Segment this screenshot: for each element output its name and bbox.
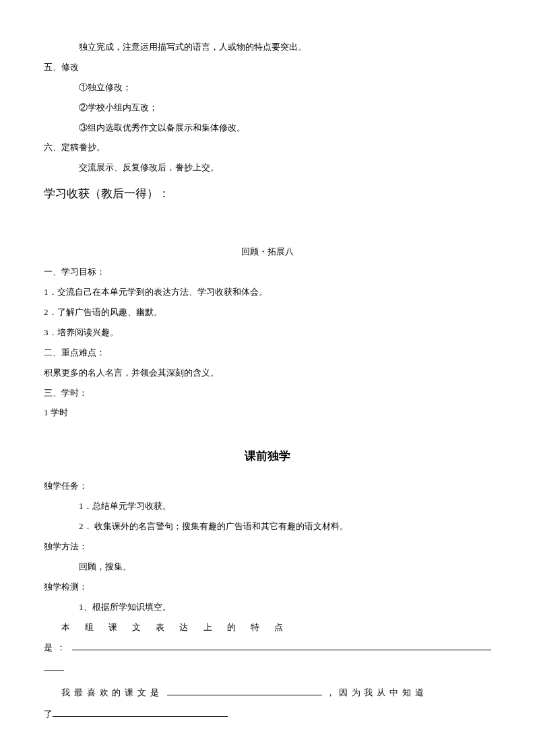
- fill-blank-2-line2: 了: [44, 704, 491, 724]
- learning-harvest-heading: 学习收获（教后一得）：: [44, 180, 491, 207]
- underline-blank: [72, 642, 491, 650]
- revision-item-2: ②学校小组内互改；: [44, 98, 491, 118]
- section-heading-6: 六、定稿誊抄。: [44, 137, 491, 158]
- method-line: 回顾，搜集。: [44, 557, 491, 577]
- fill-prefix: 是：: [44, 638, 69, 658]
- task-item-2: 2． 收集课外的名言警句；搜集有趣的广告语和其它有趣的语文材料。: [44, 516, 491, 537]
- fill-prefix: 我最喜欢的课文是: [61, 683, 163, 703]
- check-heading: 独学检测：: [44, 577, 491, 597]
- hours-heading: 三、学时：: [44, 383, 491, 403]
- fill-middle-text: ，因为我从中知道: [326, 683, 428, 703]
- paragraph-line: 交流展示、反复修改后，誊抄上交。: [44, 158, 491, 178]
- document-body: 独立完成，注意运用描写式的语言，人或物的特点要突出。 五、修改 ①独立修改； ②…: [44, 37, 491, 724]
- underline-blank: [53, 716, 228, 717]
- check-item-1: 1、根据所学知识填空。: [44, 597, 491, 617]
- prestudy-title: 课前独学: [44, 443, 491, 469]
- spacer: [44, 423, 491, 436]
- fill-blank-1-label: 本组课文表达上的特点: [44, 617, 491, 638]
- method-heading: 独学方法：: [44, 537, 491, 557]
- objective-3: 3．培养阅读兴趣。: [44, 322, 491, 343]
- fill-label-text: 本组课文表达上的特点: [61, 622, 298, 632]
- fill-blank-1-continuation: [44, 658, 491, 679]
- objectives-heading: 一、学习目标：: [44, 262, 491, 282]
- revision-item-3: ③组内选取优秀作文以备展示和集体修改。: [44, 118, 491, 138]
- fill-blank-2-line1: 我最喜欢的课文是 ，因为我从中知道: [44, 683, 491, 703]
- underline-blank: [44, 671, 64, 671]
- unit-title: 回顾・拓展八: [44, 242, 491, 262]
- fill-blank-1-line: 是：: [44, 638, 491, 658]
- revision-item-1: ①独立修改；: [44, 77, 491, 98]
- objective-1: 1．交流自己在本单元学到的表达方法、学习收获和体会。: [44, 282, 491, 302]
- task-item-1: 1．总结单元学习收获。: [44, 496, 491, 516]
- hours-value: 1 学时: [44, 403, 491, 423]
- paragraph-line: 独立完成，注意运用描写式的语言，人或物的特点要突出。: [44, 37, 491, 57]
- fill-end-text: 了: [44, 704, 53, 724]
- underline-blank: [167, 695, 322, 695]
- task-heading: 独学任务：: [44, 476, 491, 496]
- objective-2: 2．了解广告语的风趣、幽默。: [44, 302, 491, 322]
- blank-area: [44, 209, 491, 242]
- difficulties-line: 积累更多的名人名言，并领会其深刻的含义。: [44, 363, 491, 383]
- difficulties-heading: 二、重点难点：: [44, 343, 491, 363]
- section-heading-5: 五、修改: [44, 57, 491, 77]
